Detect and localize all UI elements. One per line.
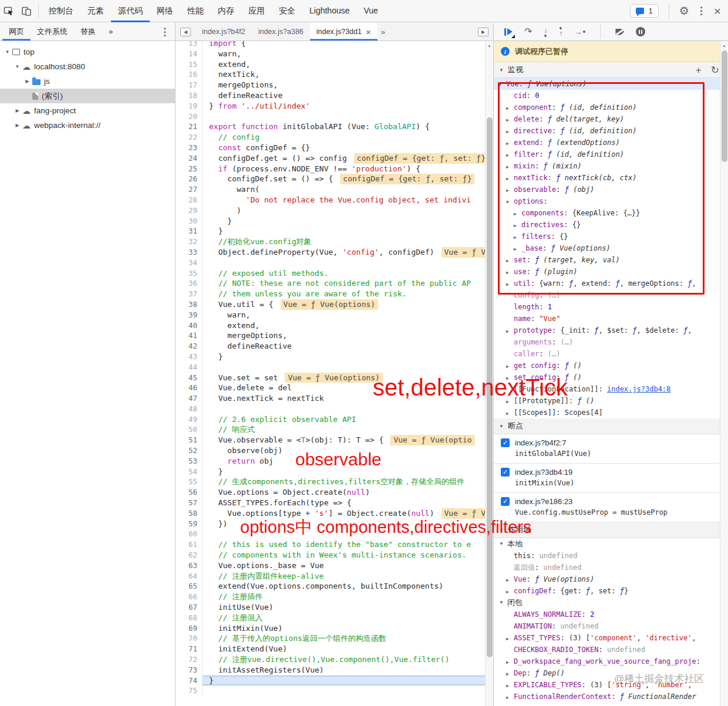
refresh-watch-icon[interactable]: ↻: [711, 65, 719, 75]
collapse-icon[interactable]: ▼: [499, 424, 504, 429]
code-line[interactable]: 75: [176, 685, 493, 696]
property-row-caller[interactable]: caller: (…): [494, 348, 728, 360]
line-number[interactable]: 21: [176, 121, 203, 132]
panel-tab-元素[interactable]: 元素: [80, 0, 111, 22]
step-icon[interactable]: →: [574, 28, 585, 36]
expand-debugger-icon[interactable]: ▶: [478, 28, 488, 36]
scrollbar-thumb[interactable]: [487, 117, 493, 657]
code-line[interactable]: 56 Vue.options = Object.create(null): [176, 487, 493, 498]
scope-group-本地[interactable]: ▼本地: [494, 538, 728, 550]
code-line[interactable]: 57 ASSET_TYPES.forEach(type => {: [176, 498, 493, 508]
line-number[interactable]: 33: [176, 247, 203, 258]
property-row-nextTick[interactable]: ▶nextTick: ƒ nextTick(cb, ctx): [494, 172, 728, 184]
tree-arrow-icon[interactable]: ▶: [514, 232, 521, 242]
line-number[interactable]: 54: [176, 467, 203, 477]
code-line[interactable]: 23 const configDef = {}: [176, 143, 493, 153]
step-into-icon[interactable]: ↓: [544, 27, 547, 37]
line-number[interactable]: 46: [176, 383, 203, 393]
code-line[interactable]: 31 }: [176, 226, 493, 237]
collapse-icon[interactable]: ▼: [499, 538, 504, 550]
navigator-tab-»[interactable]: »: [102, 23, 119, 40]
panel-scrollbar[interactable]: ▲: [720, 41, 728, 706]
code-line[interactable]: 48: [176, 404, 493, 414]
tree-arrow-icon[interactable]: ▶: [506, 668, 514, 679]
line-number[interactable]: 37: [176, 289, 203, 299]
tree-arrow-icon[interactable]: ▶: [14, 123, 21, 128]
line-number[interactable]: 29: [176, 205, 203, 216]
property-row-components[interactable]: ▶components: {KeepAlive: {…}}: [494, 207, 728, 219]
code-line[interactable]: 15 extend,: [176, 59, 493, 70]
collapse-icon[interactable]: ▼: [499, 528, 504, 533]
code-line[interactable]: 22 // config: [176, 132, 493, 143]
breakpoint-checkbox[interactable]: ✓: [501, 497, 510, 506]
property-row-observable[interactable]: ▶observable: ƒ (obj): [494, 184, 728, 195]
code-line[interactable]: 34: [176, 258, 493, 268]
tree-item-js[interactable]: ▶js: [0, 74, 175, 89]
panel-tab-安全[interactable]: 安全: [272, 0, 302, 22]
scope-group-闭包[interactable]: ▼闭包: [494, 597, 728, 609]
line-number[interactable]: 17: [176, 80, 203, 90]
scrollbar-thumb[interactable]: [722, 50, 727, 162]
collapse-icon[interactable]: ▼: [499, 67, 504, 73]
code-line[interactable]: 36 // NOTE: these are not considered par…: [176, 278, 493, 289]
tree-arrow-icon[interactable]: ▼: [4, 49, 11, 55]
tree-arrow-icon[interactable]: ▶: [506, 373, 514, 383]
property-row-this[interactable]: this: undefined: [494, 550, 728, 562]
panel-tab-应用[interactable]: 应用: [241, 0, 272, 22]
resume-script-button[interactable]: [504, 28, 513, 36]
property-row-ALWAYS_NORMALIZE[interactable]: ALWAYS_NORMALIZE: 2: [494, 609, 728, 620]
property-row-[[Scopes]][interactable]: ▶[[Scopes]]: Scopes[4]: [494, 407, 728, 418]
property-row-返回值[interactable]: 返回值: undefined: [494, 562, 728, 573]
tree-arrow-icon[interactable]: ▶: [506, 138, 514, 148]
tree-arrow-icon[interactable]: ▶: [506, 150, 514, 160]
line-number[interactable]: 51: [176, 435, 203, 445]
panel-tab-Lighthouse[interactable]: Lighthouse: [302, 0, 357, 22]
panel-tab-内存[interactable]: 内存: [211, 0, 241, 22]
deactivate-breakpoints-icon[interactable]: [615, 29, 624, 35]
code-line[interactable]: 41 mergeOptions,: [176, 330, 493, 341]
tree-arrow-icon[interactable]: ▶: [506, 103, 514, 113]
panel-tab-网络[interactable]: 网络: [150, 0, 180, 22]
code-line[interactable]: 18 defineReactive: [176, 90, 493, 101]
code-line[interactable]: 63 Vue.options._base = Vue: [176, 560, 493, 571]
property-row-mixin[interactable]: ▶mixin: ƒ (mixin): [494, 160, 728, 172]
property-row-ASSET_TYPES[interactable]: ▶ASSET_TYPES: (3) ['component', 'directi…: [494, 632, 728, 644]
line-number[interactable]: 22: [176, 132, 203, 143]
line-number[interactable]: 59: [176, 519, 203, 529]
code-line[interactable]: 72 // 注册vue.directive(),Vue.component(),…: [176, 654, 493, 665]
more-options-icon[interactable]: ⋮: [696, 5, 707, 17]
property-row-configDef[interactable]: ▶configDef: {get: ƒ, set: ƒ}: [494, 585, 728, 597]
breakpoints-section-header[interactable]: ▼ 断点: [494, 418, 728, 434]
code-line[interactable]: 14 warn,: [176, 49, 493, 59]
code-line[interactable]: 43 }: [176, 352, 493, 362]
code-line[interactable]: 25 if (process.env.NODE_ENV !== 'product…: [176, 164, 493, 174]
code-line[interactable]: 19} from '../util/index': [176, 101, 493, 112]
property-row-CHECKBOX_RADIO_TOKEN[interactable]: CHECKBOX_RADIO_TOKEN: undefined: [494, 644, 728, 656]
scroll-up-icon[interactable]: ▲: [487, 43, 491, 48]
tree-arrow-icon[interactable]: ▶: [506, 114, 514, 125]
property-row-set[interactable]: ▶set: ƒ (target, key, val): [494, 254, 728, 266]
property-row-util[interactable]: ▶util: {warn: ƒ, extend: ƒ, mergeOptions…: [494, 278, 728, 289]
code-line[interactable]: 21export function initGlobalAPI (Vue: Gl…: [176, 121, 493, 132]
line-number[interactable]: 31: [176, 226, 203, 237]
tree-arrow-icon[interactable]: ▶: [506, 657, 514, 667]
line-number[interactable]: 57: [176, 498, 203, 508]
property-row-FunctionalRenderContext[interactable]: ▶FunctionalRenderContext: ƒ FunctionalRe…: [494, 691, 728, 702]
inspect-element-icon[interactable]: [0, 0, 18, 22]
code-line[interactable]: 58 Vue.options[type + 's'] = Object.crea…: [176, 508, 493, 519]
code-line[interactable]: 28 'Do not replace the Vue.config object…: [176, 195, 493, 205]
code-line[interactable]: 13import {: [176, 41, 493, 49]
code-line[interactable]: 60: [176, 529, 493, 539]
tree-item-webpack-internal://[interactable]: ▶☁webpack-internal://: [0, 118, 175, 133]
code-line[interactable]: 73 initAssetRegisters(Vue): [176, 665, 493, 675]
code-line[interactable]: 53 return obj: [176, 456, 493, 467]
line-number[interactable]: 63: [176, 560, 203, 571]
tree-arrow-icon[interactable]: ▶: [514, 244, 521, 254]
line-number[interactable]: 25: [176, 164, 203, 174]
navigator-tab-文件系统[interactable]: 文件系统: [31, 23, 74, 40]
line-number[interactable]: 19: [176, 101, 203, 112]
code-line[interactable]: 40 extend,: [176, 320, 493, 331]
line-number[interactable]: 13: [176, 41, 203, 49]
line-number[interactable]: 40: [176, 320, 203, 331]
code-line[interactable]: 37 // them unless you are aware of the r…: [176, 289, 493, 299]
